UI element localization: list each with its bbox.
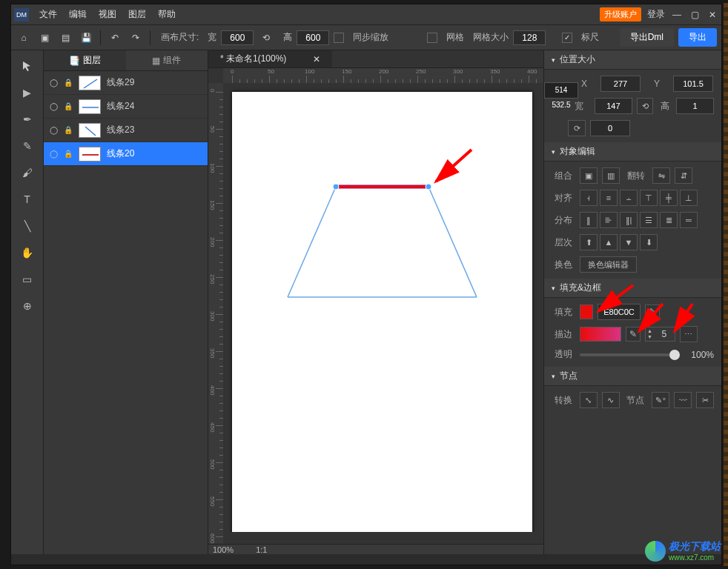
dist-v3-icon[interactable]: ═ [680,212,698,228]
home-icon[interactable]: ⌂ [16,30,32,46]
ruler-checkbox[interactable] [562,33,572,43]
export-button[interactable]: 导出 [678,28,717,47]
align-hcenter-icon[interactable]: ≡ [600,190,618,206]
zoom-label[interactable]: 100% [213,545,234,554]
swap-color-editor-button[interactable]: 换色编辑器 [580,256,637,273]
undo-icon[interactable]: ↶ [107,30,123,46]
text-tool-icon[interactable]: T [18,190,37,209]
upgrade-button[interactable]: 升级账户 [600,7,641,21]
convert-smooth-icon[interactable]: ∿ [602,392,620,408]
line-tool-icon[interactable]: ╲ [18,216,37,236]
align-left-icon[interactable]: ⫞ [580,190,598,206]
dist-h1-icon[interactable]: ‖ [580,212,598,228]
layer-item[interactable]: ◯ 🔒 线条23 [44,119,208,142]
sync-zoom-checkbox[interactable] [334,33,344,43]
save-icon[interactable]: 💾 [78,30,94,46]
rotation-input[interactable]: 0 [590,120,630,136]
x-input[interactable]: 277 [600,76,641,92]
tab-layers[interactable]: 📑 图层 [44,50,126,70]
menu-help[interactable]: 帮助 [158,8,176,21]
layer-item[interactable]: ◯ 🔒 线条24 [44,95,208,119]
tab-components[interactable]: ▦ 组件 [126,50,208,70]
node-add-icon[interactable]: ✎⁺ [652,392,669,408]
stroke-width-up-icon[interactable]: ▲ [647,328,652,334]
section-position-size[interactable]: ▾ 位置大小 [544,50,721,70]
maximize-icon[interactable]: ▢ [689,9,701,21]
y-input[interactable]: 101.5 [673,76,713,92]
flip-h-icon[interactable]: ⇋ [652,167,670,184]
lock-ratio-icon[interactable]: ⟲ [258,30,274,46]
bezpen-tool-icon[interactable]: ✎ [18,136,37,156]
canvas-viewport[interactable] [223,83,543,532]
convert-corner-icon[interactable]: ⤡ [580,392,598,408]
flip-v-icon[interactable]: ⇵ [675,167,692,184]
shape-tool-icon[interactable]: ▭ [18,270,37,289]
w-input[interactable]: 147 [595,98,632,114]
layer-item[interactable]: ◯ 🔒 线条29 [44,71,208,95]
bring-forward-icon[interactable]: ▲ [600,234,618,250]
stroke-width-down-icon[interactable]: ▼ [647,334,652,340]
visibility-icon[interactable]: ◯ [50,150,58,158]
folder-icon[interactable]: ▤ [57,30,73,46]
dist-v2-icon[interactable]: ≣ [660,212,678,228]
export-dml-button[interactable]: 导出Dml [620,28,674,47]
align-vcenter-icon[interactable]: ╪ [660,190,678,206]
fill-eyedropper-icon[interactable]: ✎ [645,305,660,319]
direct-select-icon[interactable]: ▶ [18,83,37,102]
stroke-gradient-swatch[interactable] [580,327,621,342]
doc-tab[interactable]: * 未命名1(100%) ✕ [208,50,332,67]
arrow-tool-icon[interactable] [18,56,37,76]
close-icon[interactable]: ✕ [707,9,718,21]
dist-h2-icon[interactable]: ⊪ [600,212,618,228]
rotation-icon[interactable]: ⟳ [568,120,586,136]
tab-close-icon[interactable]: ✕ [313,54,320,64]
menu-file[interactable]: 文件 [39,8,57,21]
lock-icon[interactable]: 🔒 [64,79,73,87]
opacity-slider[interactable] [580,353,680,356]
new-window-icon[interactable]: ▣ [36,30,53,46]
grid-size-input[interactable] [513,30,546,45]
canvas[interactable]: /*generated below*/ 05010015020025030035… [208,68,543,544]
visibility-icon[interactable]: ◯ [50,79,58,87]
menu-view[interactable]: 视图 [99,8,116,21]
login-button[interactable]: 登录 [647,8,665,21]
fill-hex-input[interactable]: E80C0C [598,304,641,320]
ungroup-icon[interactable]: ▥ [602,167,620,184]
redo-icon[interactable]: ↷ [128,30,144,46]
section-object-edit[interactable]: ▾ 对象编辑 [544,142,721,162]
grid-checkbox[interactable] [427,33,437,43]
ratio-label[interactable]: 1:1 [256,545,267,554]
h-input[interactable]: 1 [676,98,714,114]
zoom-tool-icon[interactable]: ⊕ [18,296,37,316]
pen-tool-icon[interactable]: ✒ [18,110,37,129]
visibility-icon[interactable]: ◯ [50,102,58,110]
node-break-icon[interactable]: ✂ [696,392,714,408]
lock-icon[interactable]: 🔒 [64,150,73,158]
trapezoid-shape[interactable] [232,92,532,532]
section-fill-stroke[interactable]: ▾ 填充&边框 [544,279,721,298]
layer-item-selected[interactable]: ◯ 🔒 线条20 [44,142,208,166]
canvas-height-input[interactable] [297,30,329,45]
dist-h3-icon[interactable]: ‖| [620,212,638,228]
lock-icon[interactable]: 🔒 [64,126,73,134]
stroke-options-icon[interactable]: ⋯ [680,326,698,342]
stroke-width-input[interactable]: 5 [654,329,675,339]
visibility-icon[interactable]: ◯ [50,126,58,134]
send-backward-icon[interactable]: ▼ [620,234,638,250]
hand-tool-icon[interactable]: ✋ [18,243,37,262]
minimize-icon[interactable]: — [671,9,683,21]
align-top-icon[interactable]: ⊤ [640,190,658,206]
menu-layer[interactable]: 图层 [128,8,146,21]
align-bottom-icon[interactable]: ⊥ [680,190,698,206]
canvas-width-input[interactable] [221,30,254,45]
node-curve-icon[interactable]: 〰 [674,392,692,408]
stroke-eyedropper-icon[interactable]: ✎ [626,327,641,342]
lock-icon[interactable]: 🔒 [64,102,73,110]
dist-v1-icon[interactable]: ☰ [640,212,658,228]
group-icon[interactable]: ▣ [580,167,598,184]
lock-wh-icon[interactable]: ⟲ [637,98,654,114]
send-back-icon[interactable]: ⬇ [640,234,658,250]
menu-edit[interactable]: 编辑 [69,8,87,21]
bring-front-icon[interactable]: ⬆ [580,234,598,250]
brush-tool-icon[interactable]: 🖌 [18,163,37,182]
